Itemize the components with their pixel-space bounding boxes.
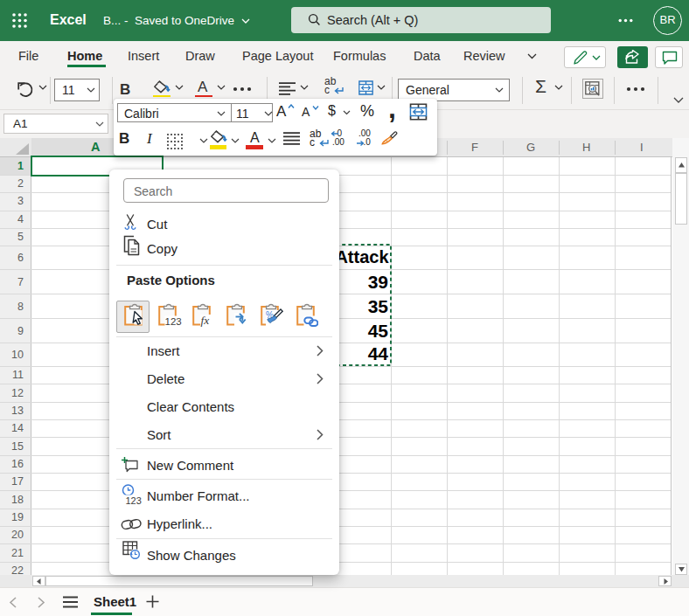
svg-text:fx: fx	[201, 314, 210, 327]
svg-text:123: 123	[126, 495, 142, 506]
svg-text:123: 123	[165, 316, 182, 327]
